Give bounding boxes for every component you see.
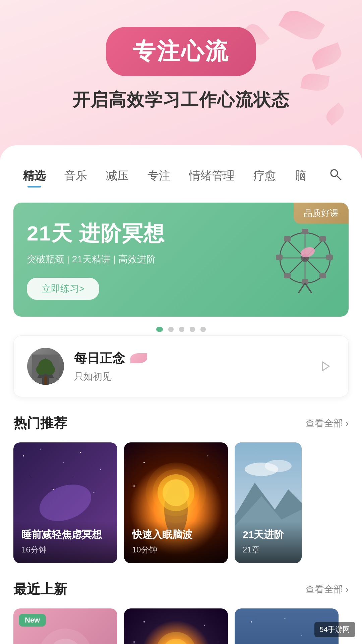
tab-focus[interactable]: 专注 xyxy=(138,163,180,189)
hot-card-2-overlay: 快速入眠脑波 10分钟 xyxy=(124,521,228,563)
hero-section: 专注心流 开启高效学习工作心流状态 xyxy=(0,0,362,125)
banner-dots xyxy=(13,327,349,332)
svg-point-46 xyxy=(143,462,145,463)
hot-card-1-meta: 16分钟 xyxy=(21,544,109,555)
svg-point-48 xyxy=(218,476,218,476)
dot-4[interactable] xyxy=(190,327,195,332)
hot-card-2-name: 快速入眠脑波 xyxy=(132,528,220,542)
banner: 品质好课 21天 进阶冥想 突破瓶颈 | 21天精讲 | 高效进阶 立即练习> xyxy=(13,203,349,317)
banner-quality-badge: 品质好课 xyxy=(294,203,349,224)
hot-card-3-meta: 21章 xyxy=(243,544,294,555)
svg-point-38 xyxy=(73,476,74,476)
svg-rect-12 xyxy=(302,229,308,234)
svg-rect-15 xyxy=(326,255,333,260)
svg-line-1 xyxy=(337,176,341,180)
hot-card-2[interactable]: 快速入眠脑波 10分钟 xyxy=(124,442,228,563)
hero-subtitle: 开启高效学习工作心流状态 xyxy=(20,88,342,112)
svg-rect-14 xyxy=(276,255,283,260)
svg-point-47 xyxy=(207,455,208,457)
svg-point-63 xyxy=(251,621,252,623)
svg-point-34 xyxy=(80,452,81,453)
svg-point-31 xyxy=(23,455,24,457)
recent-card-1[interactable]: New xyxy=(13,608,117,644)
search-icon[interactable] xyxy=(322,162,349,189)
svg-point-45 xyxy=(146,463,206,523)
svg-rect-16 xyxy=(284,236,291,241)
hot-card-2-meta: 10分钟 xyxy=(132,544,220,555)
daily-info: 每日正念 只如初见 xyxy=(74,350,305,383)
svg-point-28 xyxy=(44,364,55,375)
tab-destress[interactable]: 减压 xyxy=(97,163,138,189)
tab-navigation: 精选 音乐 减压 专注 情绪管理 疗愈 脑 xyxy=(13,162,349,189)
svg-line-11 xyxy=(287,258,305,276)
hot-card-1[interactable]: 睡前减轻焦虑冥想 16分钟 xyxy=(13,442,117,563)
daily-title: 每日正念 xyxy=(74,350,125,367)
daily-petal-decoration xyxy=(130,353,147,363)
hot-section-more[interactable]: 查看全部 › xyxy=(305,417,349,430)
hot-card-1-name: 睡前减轻焦虑冥想 xyxy=(21,528,109,542)
tab-featured[interactable]: 精选 xyxy=(13,163,55,189)
svg-point-49 xyxy=(133,485,135,487)
hot-card-3[interactable]: 21天进阶 21章 xyxy=(235,442,302,563)
hot-cards-row: 睡前减轻焦虑冥想 16分钟 xyxy=(13,442,349,563)
svg-point-62 xyxy=(133,641,135,643)
banner-practice-button[interactable]: 立即练习> xyxy=(27,278,99,300)
play-button[interactable] xyxy=(315,356,335,376)
daily-subtitle: 只如初见 xyxy=(74,370,305,383)
svg-point-40 xyxy=(35,478,97,528)
hero-badge: 专注心流 xyxy=(106,27,256,76)
hot-section-title: 热门推荐 xyxy=(13,414,67,432)
tab-brain[interactable]: 脑 xyxy=(286,163,316,189)
hot-card-3-overlay: 21天进阶 21章 xyxy=(235,521,302,563)
dot-2[interactable] xyxy=(168,327,174,332)
svg-rect-17 xyxy=(319,273,326,278)
svg-line-21 xyxy=(305,283,312,293)
dot-3[interactable] xyxy=(179,327,184,332)
svg-point-66 xyxy=(301,635,302,636)
hot-card-1-overlay: 睡前减轻焦虑冥想 16分钟 xyxy=(13,521,117,563)
svg-point-32 xyxy=(40,449,41,450)
hot-card-3-name: 21天进阶 xyxy=(243,528,294,542)
tab-healing[interactable]: 疗愈 xyxy=(244,163,286,189)
svg-point-39 xyxy=(94,492,95,493)
tab-music[interactable]: 音乐 xyxy=(55,163,97,189)
svg-line-20 xyxy=(298,283,305,293)
svg-point-36 xyxy=(30,476,31,476)
svg-line-9 xyxy=(305,258,323,276)
recent-cards-row: New xyxy=(13,608,349,644)
recent-card-2[interactable] xyxy=(124,608,228,644)
tab-emotion[interactable]: 情绪管理 xyxy=(180,163,244,189)
svg-rect-29 xyxy=(44,376,47,385)
daily-mindfulness-card[interactable]: 每日正念 只如初见 xyxy=(13,335,349,397)
new-badge-1: New xyxy=(19,614,46,627)
main-card: 精选 音乐 减压 专注 情绪管理 疗愈 脑 品质好课 21天 进阶冥想 突破瓶颈… xyxy=(0,145,362,644)
recent-section-header: 最近上新 查看全部 › xyxy=(13,580,349,598)
hot-section-header: 热门推荐 查看全部 › xyxy=(13,414,349,432)
dot-5[interactable] xyxy=(200,327,206,332)
recent-section-more[interactable]: 查看全部 › xyxy=(305,583,349,596)
svg-point-61 xyxy=(218,642,218,642)
svg-point-54 xyxy=(265,460,292,472)
svg-point-35 xyxy=(100,469,101,470)
svg-rect-19 xyxy=(284,273,291,278)
svg-point-60 xyxy=(204,625,205,626)
svg-marker-30 xyxy=(322,362,329,371)
daily-avatar xyxy=(27,348,64,385)
svg-point-33 xyxy=(63,462,64,463)
svg-point-59 xyxy=(143,621,145,623)
dot-1[interactable] xyxy=(156,327,163,332)
svg-point-64 xyxy=(285,618,286,619)
svg-rect-18 xyxy=(319,236,326,241)
banner-image xyxy=(272,226,339,293)
watermark: 54手游网 xyxy=(314,622,355,637)
recent-section-title: 最近上新 xyxy=(13,580,67,598)
